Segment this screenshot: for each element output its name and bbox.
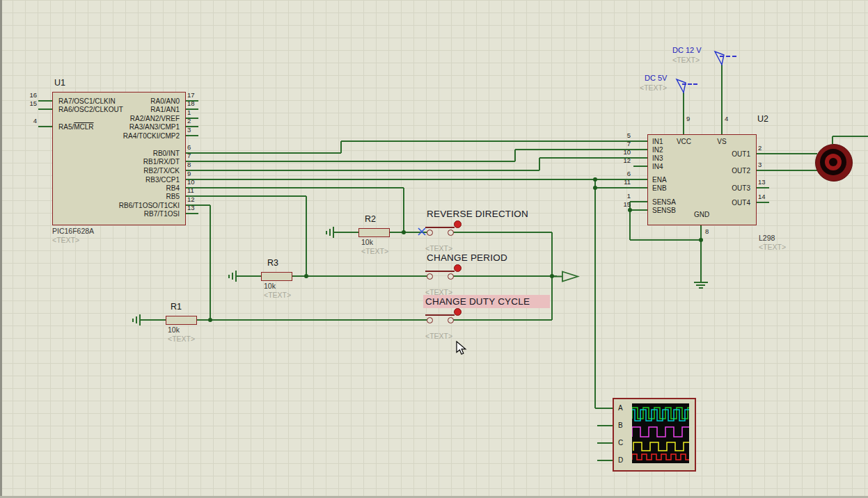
u2-pin-name: OUT1 [698, 150, 750, 158]
power-text-placeholder: <TEXT> [672, 56, 700, 64]
pin-stub[interactable] [597, 460, 613, 461]
wire-segment[interactable] [198, 170, 539, 171]
wire-segment[interactable] [141, 319, 166, 321]
r3-ref-label: R3 [267, 258, 278, 268]
u2-pin-number: 7 [613, 140, 631, 147]
wire-segment[interactable] [721, 65, 723, 134]
wire-segment[interactable] [306, 196, 307, 276]
u1-ref-label: U1 [54, 78, 65, 88]
wire-segment[interactable] [514, 150, 516, 161]
ground-symbol[interactable] [139, 314, 141, 326]
ground-symbol [696, 284, 705, 286]
u2-pin-name: IN4 [652, 163, 663, 170]
junction-dot [208, 318, 212, 322]
r2-resistor-body[interactable] [358, 228, 390, 237]
wire-segment[interactable] [595, 408, 613, 409]
pin-stub[interactable] [755, 202, 769, 203]
pin-stub[interactable] [184, 170, 198, 171]
wire-segment[interactable] [341, 140, 647, 142]
pin-stub[interactable] [184, 213, 198, 214]
pin-stub[interactable] [633, 166, 647, 167]
wire-segment[interactable] [198, 195, 306, 197]
u2-pin-name-gnd: GND [688, 211, 716, 218]
wire-segment[interactable] [198, 187, 404, 188]
wire-segment[interactable] [833, 136, 868, 137]
wire-segment[interactable] [198, 204, 210, 206]
wire-segment[interactable] [198, 161, 515, 162]
u2-pin-number: 13 [758, 179, 766, 186]
u2-pin-number: 1 [613, 193, 631, 200]
wire-segment[interactable] [700, 224, 702, 282]
wire-segment[interactable] [539, 158, 540, 170]
power-terminal-dash [682, 83, 697, 85]
pin-stub[interactable] [184, 152, 198, 154]
pin-stub[interactable] [755, 187, 769, 188]
wire-segment[interactable] [769, 153, 817, 154]
wire-segment[interactable] [630, 239, 701, 241]
button3-terminal [448, 317, 454, 323]
pin-stub[interactable] [755, 170, 769, 171]
wire-segment[interactable] [403, 188, 404, 232]
power-terminal-icon[interactable] [712, 49, 726, 66]
output-arrow-terminal[interactable] [554, 271, 581, 282]
window-edge [0, 0, 2, 498]
wire-segment[interactable] [196, 319, 427, 321]
mouse-cursor [456, 341, 467, 355]
pin-stub[interactable] [633, 209, 647, 211]
wire-segment[interactable] [210, 205, 211, 320]
pin-stub[interactable] [184, 109, 198, 110]
wire-segment[interactable] [452, 275, 557, 277]
pin-stub[interactable] [633, 149, 647, 150]
ground-symbol[interactable] [694, 282, 708, 283]
power-terminal-icon[interactable] [674, 77, 688, 94]
u2-pin-name: SENSA [652, 198, 676, 206]
ground-symbol[interactable] [333, 227, 334, 238]
wire-segment[interactable] [291, 275, 427, 277]
wire-segment[interactable] [198, 152, 341, 154]
wire-segment[interactable] [452, 232, 552, 233]
pin-stub[interactable] [633, 179, 647, 180]
u1-pin-name: RB2/TX/CK [89, 167, 180, 175]
pin-stub[interactable] [184, 135, 198, 136]
wire-segment[interactable] [452, 319, 552, 321]
pin-stub[interactable] [633, 157, 647, 159]
u1-pin-name: RA5/MCLR [58, 123, 94, 131]
button2-actuator-dot[interactable] [454, 264, 461, 272]
pin-stub[interactable] [38, 100, 52, 102]
button3-actuator-dot[interactable] [454, 308, 461, 316]
wire-segment[interactable] [539, 157, 647, 159]
pin-stub[interactable] [755, 153, 769, 154]
pin-stub[interactable] [597, 442, 613, 444]
r2-text-placeholder: <TEXT> [361, 247, 388, 255]
pin-stub[interactable] [38, 126, 52, 127]
u1-pin-number: 6 [187, 144, 191, 151]
wire-segment[interactable] [334, 232, 358, 233]
u1-pin-name: RA2/AN2/VREF [89, 115, 180, 122]
wire-segment[interactable] [683, 93, 684, 134]
u1-pin-number: 1 [187, 109, 191, 116]
r1-resistor-body[interactable] [166, 316, 197, 325]
pin-stub[interactable] [633, 201, 647, 202]
u1-pin-number: 2 [187, 118, 191, 124]
pin-stub[interactable] [38, 109, 52, 110]
pin-stub[interactable] [597, 425, 613, 426]
wire-segment[interactable] [832, 136, 833, 144]
button1-contact-bar [425, 227, 455, 228]
ground-symbol [326, 231, 327, 234]
button1-terminal [448, 230, 454, 236]
wire-segment[interactable] [769, 170, 817, 171]
button1-actuator-dot[interactable] [454, 220, 461, 228]
u2-pin-number: 8 [705, 228, 709, 235]
pin-stub[interactable] [633, 187, 647, 188]
wire-segment[interactable] [198, 179, 647, 180]
ground-symbol[interactable] [235, 271, 237, 282]
pin-stub[interactable] [633, 140, 647, 142]
wire-segment[interactable] [340, 141, 342, 153]
wire-segment[interactable] [237, 275, 261, 277]
r3-resistor-body[interactable] [261, 272, 292, 281]
wire-segment[interactable] [594, 179, 596, 408]
u2-pin-number: 6 [613, 170, 631, 177]
pin-stub[interactable] [184, 126, 198, 127]
pin-stub[interactable] [184, 118, 198, 119]
pin-stub[interactable] [184, 161, 198, 162]
